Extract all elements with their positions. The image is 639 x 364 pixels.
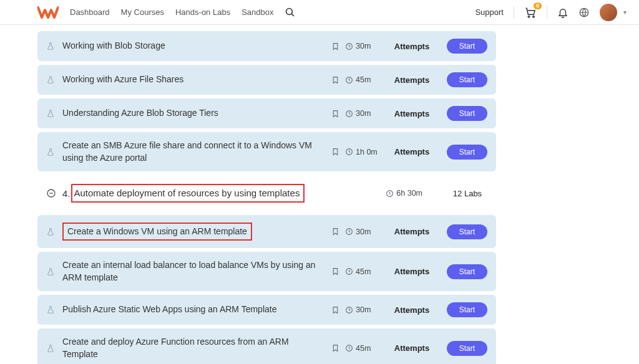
- lab-row[interactable]: Create and deploy Azure Function resourc…: [37, 328, 496, 364]
- attempts-label[interactable]: Attempts: [385, 267, 439, 276]
- search-icon[interactable]: [285, 7, 295, 17]
- start-button[interactable]: Start: [447, 106, 487, 121]
- attempts-label[interactable]: Attempts: [385, 75, 439, 85]
- section-header[interactable]: 4. Automate deployment of resources by u…: [37, 175, 496, 211]
- attempts-label[interactable]: Attempts: [385, 147, 439, 156]
- nav-hands-on-labs[interactable]: Hands-on Labs: [175, 7, 230, 17]
- attempts-label[interactable]: Attempts: [385, 109, 439, 118]
- lab-duration: 45m: [345, 75, 385, 84]
- lab-duration: 30m: [345, 42, 385, 50]
- logo[interactable]: [37, 6, 59, 19]
- support-link[interactable]: Support: [475, 7, 504, 17]
- svg-point-2: [528, 16, 530, 17]
- flask-icon: [46, 75, 56, 85]
- nav-sandbox[interactable]: Sandbox: [241, 7, 273, 17]
- lab-row[interactable]: Publish Azure Static Web Apps using an A…: [37, 295, 496, 325]
- lab-duration: 30m: [345, 305, 385, 314]
- header-right: Support 0 ▾: [475, 4, 627, 21]
- start-button[interactable]: Start: [447, 145, 487, 160]
- lab-title: Create an SMB Azure file share and conne…: [62, 140, 329, 164]
- lab-title: Working with Azure File Shares: [62, 74, 329, 86]
- bell-icon[interactable]: [557, 7, 568, 18]
- avatar[interactable]: [600, 4, 617, 21]
- start-button[interactable]: Start: [447, 264, 487, 279]
- divider: [547, 6, 547, 19]
- flask-icon: [46, 108, 56, 118]
- collapse-icon[interactable]: [46, 188, 56, 198]
- bookmark-icon[interactable]: [329, 75, 341, 85]
- cart-badge: 0: [534, 2, 542, 9]
- flask-icon: [46, 227, 56, 237]
- attempts-label[interactable]: Attempts: [385, 227, 439, 236]
- bookmark-icon[interactable]: [329, 305, 341, 315]
- bookmark-icon[interactable]: [329, 147, 341, 156]
- flask-icon: [46, 305, 56, 315]
- flask-icon: [46, 147, 56, 157]
- lab-title: Publish Azure Static Web Apps using an A…: [62, 304, 329, 316]
- lab-row[interactable]: Working with Azure File Shares 45m Attem…: [37, 65, 496, 95]
- nav-my-courses[interactable]: My Courses: [121, 7, 164, 17]
- lab-duration: 30m: [345, 109, 385, 118]
- start-button[interactable]: Start: [447, 341, 487, 356]
- lab-duration: 45m: [345, 267, 385, 276]
- start-button[interactable]: Start: [447, 39, 487, 54]
- globe-icon[interactable]: [578, 7, 590, 18]
- svg-point-3: [533, 16, 535, 17]
- lab-title: Create and deploy Azure Function resourc…: [62, 336, 329, 360]
- divider: [514, 6, 514, 19]
- cart-icon[interactable]: 0: [524, 6, 537, 19]
- lab-duration: 1h 0m: [345, 148, 385, 156]
- bookmark-icon[interactable]: [329, 227, 341, 236]
- start-button[interactable]: Start: [447, 224, 487, 239]
- lab-duration: 30m: [345, 228, 385, 236]
- bookmark-icon[interactable]: [329, 109, 341, 118]
- attempts-label[interactable]: Attempts: [385, 343, 439, 353]
- flask-icon: [46, 343, 56, 353]
- start-button[interactable]: Start: [447, 72, 487, 87]
- lab-row[interactable]: Create an internal load balancer to load…: [37, 252, 496, 291]
- lab-title: Understanding Azure Blob Storage Tiers: [62, 107, 329, 120]
- svg-point-0: [286, 8, 293, 14]
- lab-title: Working with Blob Storage: [62, 40, 329, 52]
- svg-line-1: [292, 14, 295, 16]
- bookmark-icon[interactable]: [329, 42, 341, 51]
- lab-list: Working with Blob Storage 30m Attempts S…: [37, 25, 496, 364]
- lab-title: Create an internal load balancer to load…: [62, 259, 329, 284]
- attempts-label[interactable]: Attempts: [385, 42, 439, 51]
- bookmark-icon[interactable]: [329, 267, 341, 276]
- section-duration: 6h 30m: [386, 189, 422, 198]
- start-button[interactable]: Start: [447, 302, 487, 317]
- top-header: Dashboard My Courses Hands-on Labs Sandb…: [0, 0, 639, 25]
- flask-icon: [46, 41, 56, 51]
- flask-icon: [46, 267, 56, 277]
- lab-row[interactable]: Create an SMB Azure file share and conne…: [37, 132, 496, 171]
- nav-dashboard[interactable]: Dashboard: [70, 7, 110, 17]
- bookmark-icon[interactable]: [329, 343, 341, 353]
- chevron-down-icon[interactable]: ▾: [623, 9, 627, 16]
- labs-count: 12 Labs: [447, 189, 487, 198]
- lab-title: Create a Windows VM using an ARM templat…: [62, 223, 329, 241]
- main-nav: Dashboard My Courses Hands-on Labs Sandb…: [70, 7, 273, 17]
- attempts-label[interactable]: Attempts: [385, 305, 439, 315]
- section-title: Automate deployment of resources by usin…: [71, 184, 386, 203]
- lab-duration: 45m: [345, 344, 385, 353]
- section-number: 4.: [62, 188, 71, 199]
- lab-row[interactable]: Working with Blob Storage 30m Attempts S…: [37, 31, 496, 61]
- lab-row[interactable]: Understanding Azure Blob Storage Tiers 3…: [37, 98, 496, 128]
- lab-row[interactable]: Create a Windows VM using an ARM templat…: [37, 215, 496, 248]
